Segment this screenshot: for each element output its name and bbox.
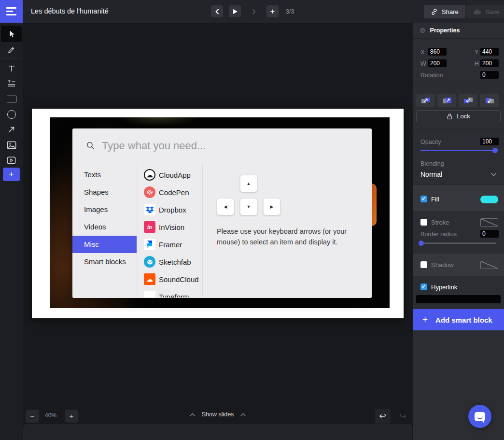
undo-button[interactable]: ↩ (375, 409, 391, 424)
add-smart-block-button[interactable]: + Add smart block (413, 309, 504, 330)
arrow-left-icon: ◀ (224, 204, 227, 209)
border-radius-slider[interactable] (420, 242, 496, 244)
fill-swatch[interactable] (480, 196, 498, 203)
share-label: Share (442, 8, 459, 15)
play-presentation-button[interactable] (229, 5, 241, 17)
hyperlink-input[interactable] (416, 295, 501, 303)
category-misc[interactable]: Misc (72, 236, 137, 253)
arrow-left-key[interactable]: ◀ (217, 198, 234, 215)
tool-text-block[interactable] (0, 76, 23, 91)
category-texts[interactable]: Texts (72, 166, 137, 184)
tool-ellipse[interactable] (0, 107, 23, 122)
slide[interactable]: Texts Shapes Images Videos Misc Smart bl… (32, 109, 404, 318)
gear-icon: ⚙ (420, 27, 426, 34)
width-input[interactable] (428, 59, 447, 67)
show-slides-label: Show slides (202, 411, 234, 418)
soundcloud-icon: ☁ (144, 273, 155, 285)
w-label: W (420, 60, 426, 67)
x-input[interactable] (428, 48, 447, 56)
framer-icon (144, 239, 155, 250)
x-label: X (420, 49, 424, 56)
popup-search-bar (72, 128, 372, 163)
arrow-down-key[interactable]: ▼ (240, 198, 257, 215)
rotation-input[interactable] (480, 71, 499, 79)
sketchfab-icon (144, 256, 155, 268)
link-icon (431, 8, 438, 15)
list-item-typeform[interactable]: t Typeform (137, 288, 202, 298)
stroke-checkbox[interactable] (420, 219, 427, 226)
opacity-input[interactable] (480, 138, 499, 145)
list-item-soundcloud[interactable]: ☁ SoundCloud (137, 270, 202, 288)
slides-tray[interactable] (23, 424, 412, 440)
y-input[interactable] (480, 48, 499, 56)
previous-slide-button[interactable] (211, 5, 223, 17)
hyperlink-checkbox[interactable] (420, 284, 427, 290)
blending-select[interactable]: Normal (420, 170, 498, 178)
tool-text[interactable] (0, 61, 23, 76)
list-item-cloudapp[interactable]: ☁ CloudApp (137, 166, 202, 184)
next-slide-button[interactable] (248, 5, 260, 17)
plus-icon: + (9, 170, 14, 179)
tool-image[interactable] (0, 138, 23, 152)
fill-checkbox[interactable] (420, 196, 427, 202)
editor-canvas[interactable]: Texts Shapes Images Videos Misc Smart bl… (23, 23, 413, 440)
tool-pointer[interactable] (1, 26, 22, 42)
section-divider (413, 87, 504, 87)
chat-widget-button[interactable] (468, 405, 491, 428)
tool-video[interactable] (0, 153, 23, 168)
bring-forward-button[interactable] (416, 94, 435, 107)
search-icon (86, 141, 95, 150)
typeform-icon: t (144, 291, 155, 298)
service-label: Dropbox (159, 206, 186, 214)
category-images[interactable]: Images (72, 201, 137, 218)
blending-label: Blending (420, 160, 444, 167)
chevron-right-icon (251, 9, 257, 14)
show-slides-toggle[interactable]: Show slides (23, 411, 413, 418)
stroke-swatch[interactable] (480, 218, 498, 227)
rotation-label: Rotation (420, 72, 443, 79)
tool-arrow[interactable] (0, 122, 23, 137)
tool-rectangle[interactable] (0, 92, 23, 106)
bring-to-front-button[interactable] (437, 94, 456, 107)
hyperlink-label: Hyperlink (431, 284, 457, 291)
opacity-slider[interactable] (420, 150, 496, 151)
redo-button[interactable]: ↪ (395, 409, 411, 424)
properties-header: ⚙ Properties (413, 23, 504, 39)
category-videos[interactable]: Videos (72, 218, 137, 236)
category-shapes[interactable]: Shapes (72, 184, 137, 201)
border-radius-slider-knob[interactable] (419, 241, 424, 246)
shadow-checkbox[interactable] (420, 261, 427, 268)
send-to-back-icon (485, 97, 494, 104)
opacity-slider-knob[interactable] (492, 148, 498, 153)
add-element-button[interactable]: + (3, 168, 20, 181)
arrow-up-key[interactable]: ▲ (240, 175, 257, 192)
save-button[interactable]: Save (466, 5, 504, 18)
send-to-back-button[interactable] (480, 94, 499, 107)
list-item-framer[interactable]: Framer (137, 236, 202, 253)
undo-icon: ↩ (379, 411, 386, 421)
image-icon (7, 141, 16, 149)
add-slide-button[interactable]: + (266, 5, 279, 17)
chevron-up-icon (190, 413, 195, 416)
category-smart-blocks[interactable]: Smart blocks (72, 253, 137, 270)
arrow-up-icon: ▲ (247, 181, 251, 186)
hamburger-menu-button[interactable] (0, 0, 23, 23)
chevron-up-icon (240, 413, 246, 416)
category-list: Texts Shapes Images Videos Misc Smart bl… (72, 163, 137, 298)
tool-pencil[interactable] (0, 43, 23, 57)
search-input[interactable] (102, 140, 372, 152)
border-radius-input[interactable] (480, 230, 499, 238)
shadow-swatch[interactable] (480, 261, 498, 269)
height-input[interactable] (480, 59, 499, 67)
opacity-label: Opacity (420, 139, 441, 145)
arrow-right-key[interactable]: ▶ (263, 198, 280, 215)
list-item-codepen[interactable]: CodePen (137, 184, 202, 201)
insert-popup: Texts Shapes Images Videos Misc Smart bl… (72, 128, 372, 298)
send-backward-button[interactable] (459, 94, 477, 107)
list-item-invision[interactable]: in InVision (137, 218, 202, 236)
share-button[interactable]: Share (424, 5, 465, 18)
h-label: H (475, 60, 479, 67)
lock-button[interactable]: Lock (416, 110, 501, 122)
list-item-dropbox[interactable]: Dropbox (137, 201, 202, 218)
list-item-sketchfab[interactable]: Sketchfab (137, 253, 202, 270)
